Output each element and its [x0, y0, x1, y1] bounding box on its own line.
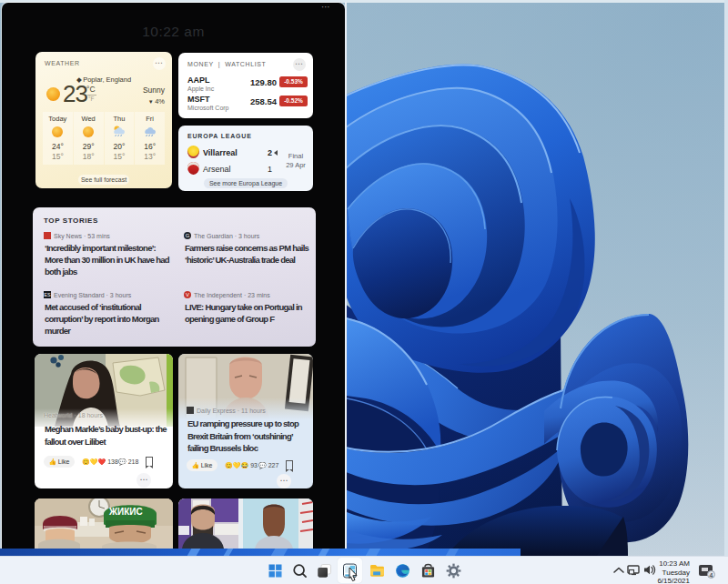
- svg-text:ЖИКИС: ЖИКИС: [108, 507, 143, 517]
